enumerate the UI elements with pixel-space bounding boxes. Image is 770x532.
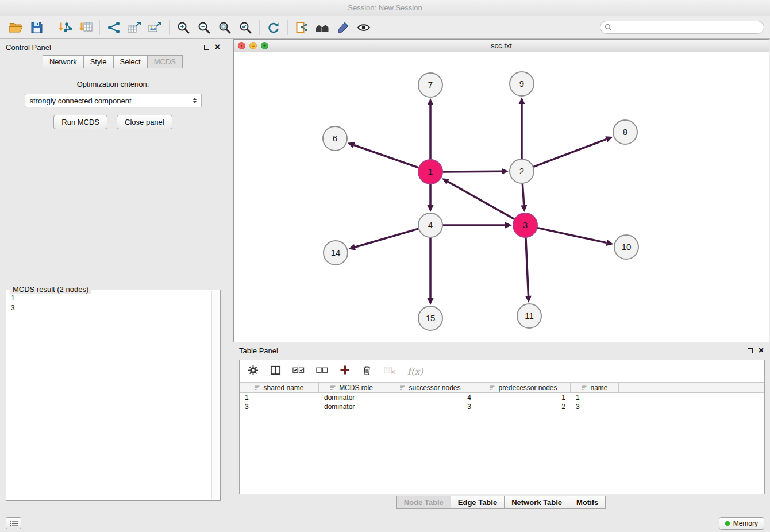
graph-node-15[interactable]: 15 [418,306,442,330]
control-tab-select[interactable]: Select [113,55,148,68]
main-area: Control Panel × NetworkStyleSelectMCDS O… [0,39,770,514]
svg-text:11: 11 [525,311,534,321]
edge-2-3[interactable] [522,183,524,205]
column-header-MCDS-role[interactable]: MCDS role [319,383,384,392]
eye-icon [357,21,371,34]
delete-table-button[interactable] [384,365,396,377]
table-tabbar: Node TableEdge TableNetwork TableMotifs [233,496,769,509]
graph-node-1[interactable]: 1 [418,160,442,184]
column-header-successor-nodes[interactable]: successor nodes [384,383,476,392]
control-tab-network[interactable]: Network [43,55,84,68]
table-tab-edge-table[interactable]: Edge Table [451,496,505,509]
window-zoom-icon[interactable]: + [261,42,268,49]
edge-3-1[interactable] [448,182,515,219]
edge-3-11[interactable] [526,237,529,296]
deselect-all-columns-button[interactable] [316,365,328,377]
criterion-dropdown[interactable]: strongly connected component [25,94,202,107]
edge-2-8[interactable] [533,139,607,167]
graph-node-8[interactable]: 8 [613,120,637,144]
task-history-button[interactable] [6,517,21,529]
toolbar-separator [287,20,288,35]
edge-1-2[interactable] [442,171,502,172]
mcds-result-item: 3 [11,303,207,313]
table-panel: Table Panel × [233,342,769,514]
first-neighbors-button[interactable] [312,18,333,37]
table-tab-network-table[interactable]: Network Table [504,496,569,509]
save-session-button[interactable] [26,18,47,37]
table-tab-node-table[interactable]: Node Table [396,496,451,509]
mcds-result-box: MCDS result (2 nodes) 13 [6,290,221,501]
control-tab-mcds[interactable]: MCDS [147,55,183,68]
import-network-button[interactable] [55,18,75,37]
graph-node-14[interactable]: 14 [324,241,348,265]
edge-arrow [521,205,527,212]
edge-3-10[interactable] [537,228,607,242]
table-row[interactable]: 1dominator411 [240,393,764,402]
edge-arrow [505,222,512,229]
graph-node-11[interactable]: 11 [517,304,541,328]
table-settings-button[interactable] [248,365,259,378]
function-builder-button[interactable]: f(x) [407,366,423,377]
zoom-in-button[interactable] [173,18,194,37]
save-icon [30,21,44,34]
float-panel-icon[interactable] [204,45,209,50]
svg-text:14: 14 [331,248,341,257]
run-mcds-button[interactable]: Run MCDS [53,115,107,129]
column-header-name[interactable]: name [571,383,619,392]
window-title: Session: New Session [348,3,422,12]
window-close-icon[interactable]: × [238,42,245,49]
select-all-columns-button[interactable] [292,365,305,377]
graph-node-10[interactable]: 10 [614,235,638,259]
float-table-panel-icon[interactable] [748,348,753,353]
zoom-selected-button[interactable] [235,18,256,37]
table-row[interactable]: 3dominator323 [240,402,764,411]
graph-node-3[interactable]: 3 [513,213,537,237]
column-header-predecessor-nodes[interactable]: predecessor nodes [476,383,571,392]
toolbar-separator [259,20,260,35]
copy-network-button[interactable] [291,18,312,37]
result-scrollbar[interactable] [211,291,219,499]
network-canvas[interactable]: 7968124314101511 [234,52,769,342]
graph-node-6[interactable]: 6 [323,126,347,151]
import-table-button[interactable] [75,18,96,37]
zoom-in-icon [176,21,190,34]
memory-button[interactable]: Memory [719,517,764,530]
window-minimize-icon[interactable]: − [249,42,257,49]
style-pen-button[interactable] [333,18,353,37]
network-table-button[interactable] [124,18,145,37]
graph-node-2[interactable]: 2 [510,159,534,183]
search-input[interactable] [615,24,760,32]
close-panel-button[interactable]: Close panel [117,115,172,129]
network-image-button[interactable] [145,18,165,37]
graph-node-9[interactable]: 9 [510,72,534,96]
plus-icon [340,365,350,375]
edge-4-14[interactable] [355,229,419,247]
zoom-out-button[interactable] [194,18,214,37]
memory-status-icon [725,521,730,526]
search-field[interactable] [600,21,764,34]
control-panel-tabbar: NetworkStyleSelectMCDS [0,55,226,68]
main-toolbar [0,16,770,39]
network-table-icon [127,21,142,34]
graph-node-7[interactable]: 7 [418,73,442,97]
svg-text:1: 1 [428,167,433,176]
control-tab-style[interactable]: Style [83,55,114,68]
unchecked-boxes-icon [316,365,328,375]
zoom-fit-button[interactable] [214,18,235,37]
create-column-button[interactable] [340,365,350,377]
show-columns-button[interactable] [270,365,281,378]
show-hide-button[interactable] [353,18,374,37]
delete-column-button[interactable] [361,365,372,378]
close-panel-icon[interactable]: × [215,43,220,52]
new-network-button[interactable] [103,18,124,37]
table-tab-motifs[interactable]: Motifs [569,496,606,509]
edge-1-6[interactable] [354,145,419,168]
network-image-icon [148,21,163,34]
open-session-button[interactable] [6,18,26,37]
graph-node-4[interactable]: 4 [418,213,442,237]
app-window: Session: New Session [0,0,770,532]
close-table-panel-icon[interactable]: × [759,346,764,355]
refresh-layout-button[interactable] [263,18,284,37]
sort-icon [489,385,495,391]
column-header-shared-name[interactable]: shared name [240,383,319,392]
